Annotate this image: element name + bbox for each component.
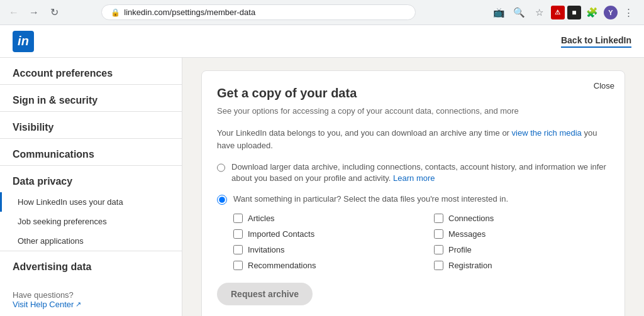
radio-label-2: Want something in particular? Select the… <box>233 193 508 205</box>
sidebar-item-data-privacy[interactable]: Data privacy <box>0 166 182 192</box>
checkbox-profile-label: Profile <box>448 245 472 254</box>
top-nav: in Back to LinkedIn <box>0 25 644 58</box>
radio-option-2: Want something in particular? Select the… <box>217 193 609 205</box>
main-layout: Account preferences Sign in & security V… <box>0 58 644 316</box>
rich-media-link[interactable]: view the rich media <box>512 128 582 138</box>
sidebar-sub-how-linkedin-uses[interactable]: How LinkedIn uses your data <box>0 192 182 212</box>
bookmark-button[interactable]: ☆ <box>531 4 548 21</box>
checkbox-registration-label: Registration <box>448 261 492 270</box>
info-text: Your LinkedIn data belongs to you, and y… <box>217 127 609 151</box>
checkbox-articles-input[interactable] <box>233 214 243 223</box>
checkbox-connections-label: Connections <box>448 214 494 223</box>
checkbox-invitations-label: Invitations <box>248 245 285 254</box>
sidebar-sub-job-seeking[interactable]: Job seeking preferences <box>0 212 182 231</box>
checkbox-recommendations: Recommendations <box>233 261 409 270</box>
browser-chrome: ← → ↻ 🔒 linkedin.com/psettings/member-da… <box>0 0 644 25</box>
checkbox-profile-input[interactable] <box>434 245 443 254</box>
checkbox-invitations: Invitations <box>233 245 409 254</box>
checkbox-articles: Articles <box>233 214 409 223</box>
checkbox-imported-contacts-input[interactable] <box>233 229 243 239</box>
learn-more-link[interactable]: Learn more <box>393 173 435 183</box>
checkbox-messages-label: Messages <box>448 229 486 239</box>
checkbox-messages-input[interactable] <box>434 229 443 239</box>
radio-label-1: Download larger data archive, including … <box>231 161 609 184</box>
cast-button[interactable]: 📺 <box>491 4 508 21</box>
content-area[interactable]: Close Get a copy of your data See your o… <box>182 58 644 316</box>
help-center-link[interactable]: Visit Help Center ↗ <box>13 300 169 309</box>
help-question: Have questions? <box>13 290 169 300</box>
lock-icon: 🔒 <box>111 8 120 17</box>
forward-button[interactable]: → <box>26 5 42 20</box>
app-container: in Back to LinkedIn Account preferences … <box>0 25 644 316</box>
checkbox-profile: Profile <box>434 245 609 254</box>
card-subtitle: See your options for accessing a copy of… <box>217 106 609 117</box>
address-bar[interactable]: 🔒 linkedin.com/psettings/member-data <box>101 4 416 20</box>
checkbox-registration: Registration <box>434 261 609 270</box>
sidebar-item-advertising-data[interactable]: Advertising data <box>0 251 182 278</box>
reload-button[interactable]: ↻ <box>47 5 62 20</box>
checkboxes-grid: Articles Connections Imported Contacts M… <box>233 214 609 270</box>
extension-red[interactable]: ⚠ <box>551 6 565 19</box>
main-card: Close Get a copy of your data See your o… <box>201 70 625 316</box>
sidebar-item-account-preferences[interactable]: Account preferences <box>0 58 182 84</box>
radio-larger-archive[interactable] <box>217 163 225 173</box>
checkbox-recommendations-input[interactable] <box>233 261 243 270</box>
card-title: Get a copy of your data <box>217 86 609 101</box>
sidebar-item-visibility[interactable]: Visibility <box>0 112 182 138</box>
extension-dark[interactable]: ■ <box>567 6 581 19</box>
search-button[interactable]: 🔍 <box>511 4 528 21</box>
linkedin-logo: in <box>13 31 34 52</box>
extensions-button[interactable]: 🧩 <box>584 4 601 21</box>
radio-option-1: Download larger data archive, including … <box>217 161 609 184</box>
checkbox-messages: Messages <box>434 229 609 239</box>
checkbox-connections: Connections <box>434 214 609 223</box>
sidebar: Account preferences Sign in & security V… <box>0 58 182 316</box>
checkbox-invitations-input[interactable] <box>233 245 243 254</box>
checkbox-imported-contacts: Imported Contacts <box>233 229 409 239</box>
radio-specific-files[interactable] <box>217 195 227 205</box>
url-text: linkedin.com/psettings/member-data <box>124 8 255 17</box>
external-link-icon: ↗ <box>75 300 81 308</box>
checkbox-connections-input[interactable] <box>434 214 443 223</box>
back-button[interactable]: ← <box>6 5 21 20</box>
sidebar-item-communications[interactable]: Communications <box>0 139 182 165</box>
browser-actions: 📺 🔍 ☆ ⚠ ■ 🧩 Y ⋮ <box>491 4 638 21</box>
menu-button[interactable]: ⋮ <box>620 4 638 21</box>
request-archive-button[interactable]: Request archive <box>217 283 313 305</box>
profile-avatar[interactable]: Y <box>604 6 618 19</box>
sidebar-help: Have questions? Visit Help Center ↗ <box>0 278 182 316</box>
sidebar-item-sign-in-security[interactable]: Sign in & security <box>0 85 182 111</box>
sidebar-sub-other-applications[interactable]: Other applications <box>0 231 182 251</box>
back-to-linkedin-link[interactable]: Back to LinkedIn <box>561 35 631 48</box>
checkbox-imported-contacts-label: Imported Contacts <box>248 229 314 239</box>
close-button[interactable]: Close <box>594 81 614 90</box>
checkbox-recommendations-label: Recommendations <box>248 261 316 270</box>
checkbox-articles-label: Articles <box>248 214 275 223</box>
checkbox-registration-input[interactable] <box>434 261 443 270</box>
